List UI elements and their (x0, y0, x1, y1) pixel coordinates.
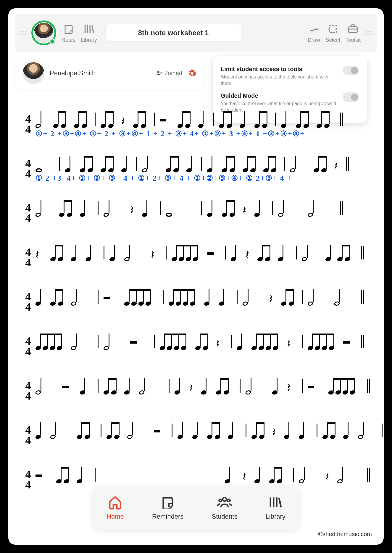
gear-icon (188, 69, 196, 78)
guided-mode-title: Guided Mode (221, 92, 338, 99)
svg-point-3 (219, 499, 221, 502)
music-row: 44 𝄽 (23, 423, 369, 467)
scribble-icon (308, 23, 320, 35)
document-title[interactable]: 8th note worksheet 1 (105, 24, 241, 42)
library-button[interactable]: Library (81, 23, 97, 43)
limit-access-desc: Student only has access to the tools you… (221, 74, 338, 86)
student-avatar (22, 62, 44, 84)
student-status: Joined (156, 70, 182, 77)
student-name: Penelope Smith (50, 69, 96, 77)
worksheet-canvas[interactable]: 44 𝄽①+ 2 +③+④+ ①+ 2 + ③+④+ 1 + 2 + ③+ 4+… (23, 112, 369, 515)
music-row: 44 𝄽①+ 2 +③+④+ ①+ 2 + ③+④+ 1 + 2 + ③+ 4+… (23, 112, 369, 156)
limit-access-row: Limit student access to tools Student on… (221, 63, 359, 89)
books-icon (83, 23, 95, 35)
copyright-text: ©shedthemusic.com (318, 531, 372, 538)
drag-handle-icon[interactable] (20, 31, 26, 35)
time-signature: 44 (23, 469, 33, 490)
time-signature: 44 (23, 158, 33, 179)
nav-library[interactable]: Library (266, 495, 285, 520)
music-row: 44 𝄽𝄽𝄽 (23, 245, 369, 290)
time-signature: 44 (23, 247, 33, 268)
settings-button[interactable] (188, 69, 196, 78)
limit-access-title: Limit student access to tools (221, 66, 338, 73)
handwritten-counting: ① 2 +3+4+ ①+ ②+ ③+ 4 + ①+ 2+ ③+ 4 + ①+②+… (36, 174, 292, 183)
staff-line: 𝄽𝄽 (36, 334, 369, 358)
notes-button[interactable]: Notes (62, 23, 75, 43)
svg-point-1 (157, 71, 159, 73)
music-row: 44 𝄽 (23, 290, 369, 334)
bottom-nav: Home Reminders Students Library (93, 485, 300, 530)
toolkit-label: Toolkit (346, 37, 361, 43)
staff-line: 𝄽 (36, 290, 369, 313)
nav-students[interactable]: Students (212, 495, 238, 520)
student-card[interactable]: Penelope Smith Joined (15, 56, 204, 90)
staff-line: 𝄽𝄽 (36, 379, 369, 402)
marquee-icon (327, 23, 339, 35)
note-icon (62, 23, 75, 35)
time-signature: 44 (23, 425, 33, 445)
time-signature: 44 (23, 336, 33, 357)
music-row: 44 𝄽𝄽 (23, 201, 369, 245)
staff-line: 𝄽① 2 +3+4+ ①+ ②+ ③+ 4 + ①+ 2+ ③+ 4 + ①+②… (36, 156, 369, 180)
draw-button[interactable]: Draw (308, 23, 320, 43)
guided-mode-toggle[interactable] (343, 92, 359, 102)
guided-mode-desc: You have control over what file or page … (221, 100, 338, 113)
select-button[interactable]: Select (325, 23, 340, 43)
nav-home[interactable]: Home (107, 495, 124, 520)
drag-handle-right-icon[interactable] (366, 31, 372, 35)
time-signature: 44 (23, 291, 33, 312)
time-signature: 44 (23, 380, 33, 401)
library-books-icon (268, 495, 283, 510)
library-label: Library (81, 37, 97, 43)
nav-reminders[interactable]: Reminders (152, 495, 183, 520)
handwritten-counting: ①+ 2 +③+④+ ①+ 2 + ③+④+ 1 + 2 + ③+ 4+ ①+②… (36, 129, 305, 138)
note-page-icon (161, 495, 175, 510)
top-toolbar: Notes Library 8th note worksheet 1 Draw (15, 14, 377, 52)
staff-line: 𝄽𝄽𝄽 (36, 245, 369, 269)
user-avatar[interactable] (31, 20, 56, 45)
draw-label: Draw (308, 37, 320, 43)
briefcase-icon (347, 23, 359, 35)
notes-label: Notes (62, 37, 75, 43)
music-row: 44 𝄽① 2 +3+4+ ①+ ②+ ③+ 4 + ①+ 2+ ③+ 4 + … (23, 156, 369, 201)
svg-rect-0 (349, 27, 357, 33)
toolkit-button[interactable]: Toolkit (346, 23, 361, 43)
staff-line: 𝄽 (36, 423, 369, 447)
staff-line: 𝄽①+ 2 +③+④+ ①+ 2 + ③+④+ 1 + 2 + ③+ 4+ ①+… (36, 112, 369, 136)
time-signature: 44 (23, 114, 33, 134)
staff-line: 𝄽𝄽 (36, 201, 369, 225)
time-signature: 44 (23, 203, 33, 223)
presence-dot-icon (49, 39, 55, 44)
limit-access-toggle[interactable] (343, 66, 359, 75)
select-label: Select (325, 37, 340, 43)
music-row: 44 𝄽𝄽 (23, 379, 369, 423)
people-icon (217, 495, 232, 510)
person-check-icon (156, 70, 162, 76)
music-row: 44 𝄽𝄽 (23, 334, 369, 379)
svg-point-4 (228, 499, 230, 502)
home-icon (108, 495, 122, 510)
svg-point-2 (223, 497, 227, 501)
